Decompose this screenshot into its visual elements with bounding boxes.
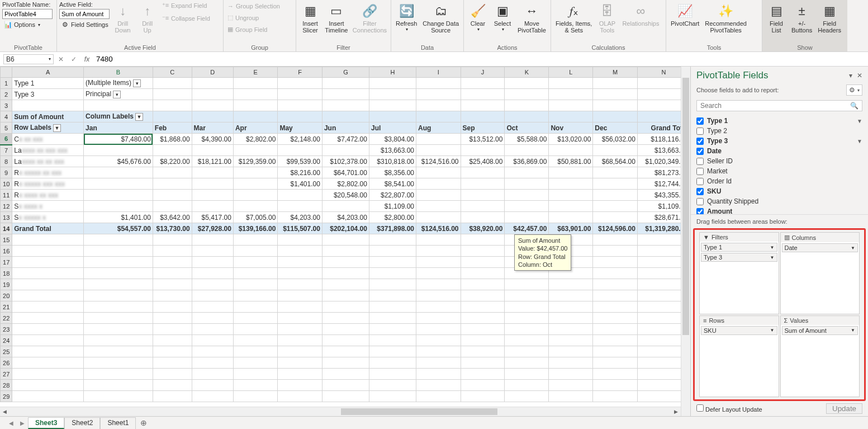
filter-button[interactable]: ▼ <box>53 124 61 132</box>
row-label[interactable]: Rx xxxx xx xxx <box>12 190 84 201</box>
row-header-24[interactable]: 24 <box>1 335 12 346</box>
total-cell[interactable]: $124,516.00 <box>416 223 461 234</box>
zone-chip[interactable]: Type 3▼ <box>701 253 777 262</box>
col-header-J[interactable]: J <box>461 67 505 78</box>
row-header-19[interactable]: 19 <box>1 279 12 290</box>
data-cell[interactable]: $1,868.00 <box>153 134 192 145</box>
field-search[interactable]: 🔍 <box>696 100 862 111</box>
row-header-6[interactable]: 6 <box>1 134 12 145</box>
zone-chip[interactable]: Sum of Amount▼ <box>782 326 858 335</box>
ungroup-button[interactable]: ⬚ Ungroup <box>226 13 282 22</box>
data-cell[interactable]: $13,020.00 <box>549 134 593 145</box>
recommended-pivottables-button[interactable]: ✨Recommended PivotTables <box>703 1 749 35</box>
field-item-seller-id[interactable]: Seller ID <box>695 156 864 166</box>
data-cell[interactable] <box>416 190 461 201</box>
col-header-M[interactable]: M <box>593 67 637 78</box>
data-cell[interactable]: $36,869.00 <box>505 156 549 167</box>
update-button[interactable]: Update <box>826 403 862 414</box>
pivottable-name-input[interactable] <box>2 9 53 19</box>
col-header-E[interactable]: E <box>233 67 277 78</box>
data-cell[interactable] <box>505 201 549 212</box>
group-field-button[interactable]: ▦ Group Field <box>226 25 282 34</box>
data-cell[interactable] <box>549 167 593 178</box>
row-header-5[interactable]: 5 <box>1 122 12 134</box>
filter-button[interactable]: ▼ <box>135 113 143 121</box>
row-header-4[interactable]: 4 <box>1 111 12 122</box>
field-settings-button[interactable]: ⚙ Field Settings <box>59 20 110 29</box>
data-cell[interactable] <box>549 212 593 223</box>
field-item-type-2[interactable]: Type 2 <box>695 126 864 136</box>
row-header-12[interactable]: 12 <box>1 201 12 212</box>
field-list-button[interactable]: ▤Field List <box>765 1 788 35</box>
cell[interactable]: Type 1 <box>12 78 84 89</box>
field-item-order-id[interactable]: Order Id <box>695 176 864 186</box>
data-cell[interactable] <box>233 167 277 178</box>
data-cell[interactable]: $4,203.00 <box>322 212 369 223</box>
field-checkbox[interactable] <box>696 188 704 195</box>
data-cell[interactable]: $25,408.00 <box>461 156 505 167</box>
columns-zone[interactable]: ▥Columns Date▼ <box>780 232 860 314</box>
data-cell[interactable] <box>278 190 322 201</box>
data-cell[interactable] <box>461 212 505 223</box>
data-cell[interactable] <box>416 212 461 223</box>
row-header-8[interactable]: 8 <box>1 156 12 167</box>
data-cell[interactable] <box>505 167 549 178</box>
data-cell[interactable]: $4,390.00 <box>192 134 233 145</box>
row-header-20[interactable]: 20 <box>1 290 12 301</box>
field-pane-menu-icon[interactable]: ▾ <box>849 72 852 79</box>
field-checkbox[interactable] <box>696 117 704 125</box>
data-cell[interactable]: $124,516.00 <box>416 156 461 167</box>
total-cell[interactable]: $139,166.00 <box>233 223 277 234</box>
data-cell[interactable] <box>153 201 192 212</box>
data-cell[interactable] <box>416 145 461 156</box>
data-cell[interactable] <box>192 145 233 156</box>
row-header-17[interactable]: 17 <box>1 257 12 268</box>
insert-slicer-button[interactable]: ▦Insert Slicer <box>298 1 322 35</box>
total-cell[interactable]: $13,730.00 <box>153 223 192 234</box>
row-header-25[interactable]: 25 <box>1 346 12 357</box>
data-cell[interactable]: $7,472.00 <box>322 134 369 145</box>
data-cell[interactable] <box>461 190 505 201</box>
data-cell[interactable] <box>84 178 153 190</box>
data-cell[interactable] <box>192 167 233 178</box>
data-cell[interactable]: $7,480.00 <box>84 134 153 145</box>
add-sheet-button[interactable]: ⊕ <box>136 417 151 428</box>
data-cell[interactable] <box>233 145 277 156</box>
col-header-D[interactable]: D <box>192 67 233 78</box>
row-label[interactable]: Sx xxxx x <box>12 201 84 212</box>
data-cell[interactable] <box>416 134 461 145</box>
row-header-18[interactable]: 18 <box>1 268 12 279</box>
active-field-input[interactable] <box>59 9 110 19</box>
zone-chip[interactable]: Type 1▼ <box>701 243 777 252</box>
row-header-28[interactable]: 28 <box>1 380 12 391</box>
row-header-9[interactable]: 9 <box>1 167 12 178</box>
data-cell[interactable] <box>233 201 277 212</box>
row-header-13[interactable]: 13 <box>1 212 12 223</box>
horizontal-scrollbar[interactable]: ◀▶ <box>0 407 681 416</box>
col-header-K[interactable]: K <box>505 67 549 78</box>
row-header-26[interactable]: 26 <box>1 357 12 369</box>
formula-input[interactable] <box>94 54 865 64</box>
field-item-amount[interactable]: Amount <box>695 206 864 214</box>
data-cell[interactable]: $2,802.00 <box>322 178 369 190</box>
clear-button[interactable]: 🧹Clear▾ <box>466 1 490 33</box>
data-cell[interactable] <box>84 145 153 156</box>
data-cell[interactable] <box>192 190 233 201</box>
row-header-3[interactable]: 3 <box>1 100 12 111</box>
move-pivot-button[interactable]: ↔Move PivotTable <box>515 1 548 35</box>
field-item-date[interactable]: Date <box>695 146 864 156</box>
vertical-scrollbar[interactable] <box>681 67 690 416</box>
row-label[interactable]: Cx xx xxx <box>12 134 84 145</box>
data-cell[interactable]: $3,642.00 <box>153 212 192 223</box>
field-checkbox[interactable] <box>696 168 704 175</box>
fields-items-sets-button[interactable]: 𝑓ₓFields, Items, & Sets <box>553 1 594 35</box>
row-header-2[interactable]: 2 <box>1 89 12 100</box>
drill-down-button[interactable]: ↓ Drill Down <box>111 1 135 35</box>
cell[interactable]: Principal▾ <box>84 89 153 100</box>
field-checkbox[interactable] <box>696 158 704 165</box>
data-cell[interactable] <box>593 212 637 223</box>
group-selection-button[interactable]: → Group Selection <box>226 2 282 10</box>
row-header-23[interactable]: 23 <box>1 324 12 335</box>
data-cell[interactable]: $22,807.00 <box>369 190 416 201</box>
filter-connections-button[interactable]: 🔗Filter Connections <box>351 1 388 35</box>
